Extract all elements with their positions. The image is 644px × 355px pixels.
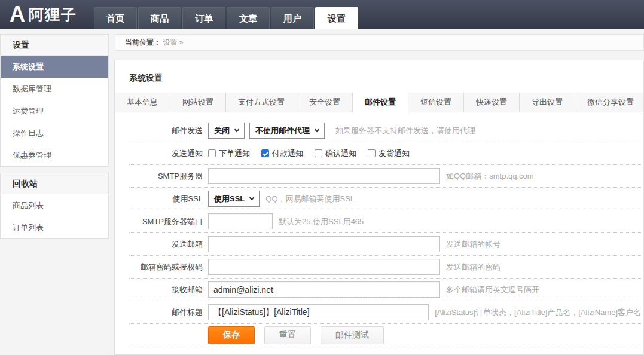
logo[interactable]: A 阿狸子 [10,0,77,29]
sidebar-item-operation-logs[interactable]: 操作日志 [1,122,108,144]
tab-site-settings[interactable]: 网站设置 [170,93,226,112]
top-bar: A 阿狸子 首页 商品 订单 文章 用户 设置 [0,0,644,29]
sidebar-header-recycle: 回收站 [1,173,108,194]
logo-text: 阿狸子 [29,5,77,25]
nav-tab-settings[interactable]: 设置 [315,7,358,29]
field-hint: QQ，网易邮箱要使用SSL [265,194,355,204]
form-row-notifications: 发送通知 下单通知 付款通知 确认通知 发货通知 [129,142,641,165]
form-row-email-send: 邮件发送 关闭 不使用邮件代理 如果服务器不支持邮件发送，请使用代理 [129,120,641,142]
tab-export-settings[interactable]: 导出设置 [520,93,575,112]
field-label: 邮箱密码或授权码 [129,262,203,273]
form-row-email-password: 邮箱密码或授权码 发送邮箱的密码 [129,256,641,279]
field-hint: 发送邮箱的密码 [446,262,500,273]
email-proxy-select[interactable]: 不使用邮件代理 [249,123,325,139]
field-label: SMTP服务器 [129,171,203,182]
checkbox-ship-notice[interactable]: 发货通知 [368,148,410,159]
checkbox-payment-notice[interactable]: 付款通知 [261,148,303,159]
nav-tab-orders[interactable]: 订单 [182,7,225,29]
nav-tab-articles[interactable]: 文章 [227,7,270,29]
form-row-send-email: 发送邮箱 发送邮箱的帐号 [129,233,641,256]
sidebar-group-recycle: 回收站 商品列表 订单列表 [0,173,109,239]
receive-email-input[interactable] [208,281,440,298]
email-test-button[interactable]: 邮件测试 [321,326,384,344]
reset-button[interactable]: 重置 [264,326,311,344]
field-label: 发送通知 [129,148,203,159]
form-row-ssl: 使用SSL 使用SSL QQ，网易邮箱要使用SSL [129,188,641,210]
sidebar-item-shipping[interactable]: 运费管理 [1,100,108,122]
tab-basic-info[interactable]: 基本信息 [115,93,170,112]
chevron-down-icon [315,127,319,132]
settings-tabstrip: 基本信息 网站设置 支付方式设置 安全设置 邮件设置 短信设置 快递设置 导出设… [115,93,643,112]
email-send-select[interactable]: 关闭 [208,123,245,139]
checkbox-label: 下单通知 [219,148,250,159]
ssl-select[interactable]: 使用SSL [208,191,260,207]
nav-tab-home[interactable]: 首页 [94,7,137,29]
checkbox-confirm-notice[interactable]: 确认通知 [315,148,356,159]
tab-payment-settings[interactable]: 支付方式设置 [226,93,297,112]
form-row-email-title: 邮件标题 [AliziStatus]订单状态，[AliziTitle]产品名，[… [129,301,641,324]
checkbox-label: 发货通知 [379,148,410,159]
select-value: 使用SSL [214,194,245,204]
field-label: 邮件标题 [129,307,203,318]
checkbox-icon[interactable] [368,149,376,157]
chevron-down-icon [234,127,239,132]
sidebar-item-product-list[interactable]: 商品列表 [1,194,108,216]
field-hint: 默认为25,使用SSL用465 [279,216,364,227]
checkbox-label: 付款通知 [272,148,303,159]
checkbox-icon[interactable] [208,149,216,157]
select-value: 关闭 [214,126,230,136]
logo-icon: A [10,0,25,29]
tab-email-settings[interactable]: 邮件设置 [353,93,408,113]
page-title: 系统设置 [115,60,643,93]
field-label: SMTP服务器端口 [129,216,203,227]
checkbox-order-notice[interactable]: 下单通知 [208,148,250,159]
email-title-input[interactable] [208,304,429,320]
field-hint: 如果服务器不支持邮件发送，请使用代理 [335,126,475,136]
field-label: 使用SSL [129,194,203,204]
smtp-port-input[interactable] [208,213,273,229]
form-row-smtp-port: SMTP服务器端口 默认为25,使用SSL用465 [129,210,641,233]
sidebar-item-system-settings[interactable]: 系统设置 [1,56,108,78]
sidebar-item-order-list[interactable]: 订单列表 [1,216,108,238]
field-label: 接收邮箱 [129,284,203,295]
breadcrumb: 当前位置： 设置 » [115,34,644,51]
breadcrumb-label: 当前位置： [125,38,161,47]
checkbox-icon[interactable] [261,149,269,157]
field-hint: [AliziStatus]订单状态，[AliziTitle]产品名，[Alizi… [435,307,641,318]
field-hint: 发送邮箱的帐号 [446,239,500,250]
tab-express-settings[interactable]: 快递设置 [464,93,520,112]
sidebar: 设置 系统设置 数据库管理 运费管理 操作日志 优惠券管理 回收站 商品列表 订… [0,34,109,245]
tab-security-settings[interactable]: 安全设置 [297,93,353,112]
field-hint: 多个邮箱请用英文逗号隔开 [446,284,539,295]
select-value: 不使用邮件代理 [255,126,310,136]
field-hint: 如QQ邮箱：smtp.qq.com [446,171,534,182]
smtp-server-input[interactable] [208,168,440,184]
save-button[interactable]: 保存 [208,326,255,344]
field-label: 发送邮箱 [129,239,203,250]
form-row-smtp-server: SMTP服务器 如QQ邮箱：smtp.qq.com [129,165,641,188]
send-email-input[interactable] [208,236,440,252]
breadcrumb-current[interactable]: 设置 » [163,38,183,47]
nav-tab-products[interactable]: 商品 [138,7,181,29]
email-settings-form: 邮件发送 关闭 不使用邮件代理 如果服务器不支持邮件发送，请使用代理 发送通知 … [129,120,641,347]
form-row-receive-email: 接收邮箱 多个邮箱请用英文逗号隔开 [129,279,641,301]
email-password-input[interactable] [208,259,440,275]
form-row-buttons: 保存 重置 邮件测试 [129,324,641,347]
tab-wechat-share-settings[interactable]: 微信分享设置 [575,93,644,112]
checkbox-label: 确认通知 [325,148,356,159]
main-panel: 系统设置 基本信息 网站设置 支付方式设置 安全设置 邮件设置 短信设置 快递设… [114,60,644,355]
tab-sms-settings[interactable]: 短信设置 [408,93,464,112]
sidebar-group-settings: 设置 系统设置 数据库管理 运费管理 操作日志 优惠券管理 [0,34,109,167]
main-nav: 首页 商品 订单 文章 用户 设置 [94,7,359,29]
chevron-down-icon [249,195,254,200]
sidebar-header-settings: 设置 [1,35,108,56]
checkbox-icon[interactable] [315,149,322,157]
field-label: 邮件发送 [129,126,203,136]
sidebar-item-database[interactable]: 数据库管理 [1,78,108,100]
sidebar-item-coupons[interactable]: 优惠券管理 [1,144,108,166]
nav-tab-users[interactable]: 用户 [271,7,314,29]
